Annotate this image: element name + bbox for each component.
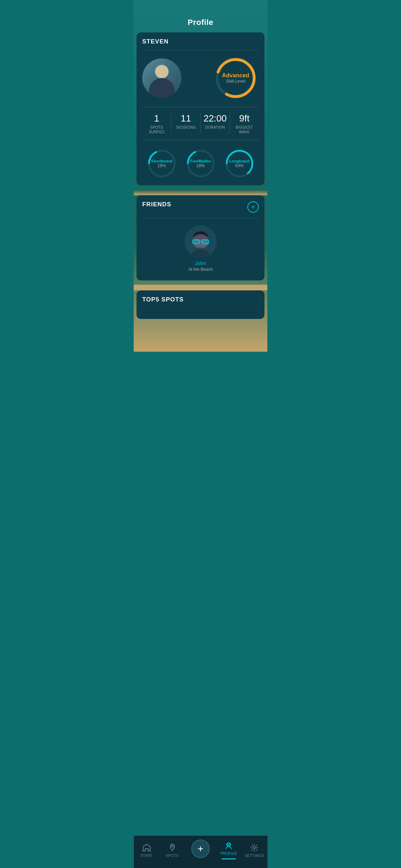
profile-card: STEVEN Advanced xyxy=(137,32,264,185)
avatar xyxy=(142,58,181,98)
profile-name: STEVEN xyxy=(142,38,259,45)
longboard-label: Longboard 64% xyxy=(229,159,250,168)
funmalibu-label: Fun/Malibu 18% xyxy=(190,159,211,168)
friend-status-john: At the Beach xyxy=(188,267,213,272)
board-shortboard: Shortboard 18% xyxy=(146,148,178,180)
shortboard-name: Shortboard xyxy=(151,159,172,163)
stat-spots-label: SPOTSSURFED xyxy=(142,125,171,134)
friends-card: FRIENDS + xyxy=(137,195,264,280)
stat-wave-label: BIGGESTWAVE xyxy=(230,125,259,134)
stat-duration-label: DURATION xyxy=(201,125,230,130)
stat-biggest-wave: 9ft BIGGESTWAVE xyxy=(230,113,259,134)
stat-spots-surfed: 1 SPOTSSURFED xyxy=(142,113,171,134)
friend-item-john[interactable]: John At the Beach xyxy=(142,223,259,275)
add-friend-button[interactable]: + xyxy=(247,201,259,213)
board-longboard: Longboard 64% xyxy=(223,148,256,180)
boards-row: Shortboard 18% Fun/Malibu xyxy=(142,146,259,180)
stats-row: 1 SPOTSSURFED 11 SESSIONS 22:00 DURATION… xyxy=(142,113,259,140)
svg-rect-14 xyxy=(193,240,199,243)
stat-duration: 22:00 DURATION xyxy=(201,113,230,134)
friends-header: FRIENDS + xyxy=(142,201,259,213)
john-avatar-svg xyxy=(185,226,217,258)
longboard-pct: 64% xyxy=(229,163,250,168)
shortboard-donut-container: Shortboard 18% xyxy=(146,148,178,180)
funmalibu-donut-container: Fun/Malibu 18% xyxy=(185,148,217,180)
board-fun-malibu: Fun/Malibu 18% xyxy=(185,148,217,180)
stat-sessions-label: SESSIONS xyxy=(171,125,200,130)
longboard-name: Longboard xyxy=(229,159,250,163)
shortboard-label: Shortboard 18% xyxy=(151,159,172,168)
avatar-person xyxy=(142,58,181,98)
funmalibu-name: Fun/Malibu xyxy=(190,159,211,163)
stat-spots-value: 1 xyxy=(142,113,171,124)
profile-top-section: Advanced Skill-Level xyxy=(142,55,259,107)
skill-level-text: Advanced xyxy=(222,72,249,79)
skill-level-sublabel: Skill-Level xyxy=(222,79,249,84)
shortboard-pct: 18% xyxy=(151,163,172,168)
stat-duration-value: 22:00 xyxy=(201,113,230,124)
friend-avatar-john xyxy=(185,226,217,258)
funmalibu-pct: 18% xyxy=(190,163,211,168)
friends-title: FRIENDS xyxy=(142,201,171,208)
top5-card: TOP5 SPOTS xyxy=(137,290,264,319)
stat-wave-value: 9ft xyxy=(230,113,259,124)
svg-rect-15 xyxy=(202,240,208,243)
friend-name-john: John xyxy=(195,260,206,266)
add-friend-icon: + xyxy=(251,203,255,211)
skill-label: Advanced Skill-Level xyxy=(222,72,249,84)
page-title: Profile xyxy=(134,18,267,32)
stat-sessions: 11 SESSIONS xyxy=(171,113,201,134)
top5-title: TOP5 SPOTS xyxy=(142,296,259,303)
longboard-donut-container: Longboard 64% xyxy=(223,148,256,180)
skill-level-donut: Advanced Skill-Level xyxy=(212,55,259,101)
stat-sessions-value: 11 xyxy=(171,113,200,124)
